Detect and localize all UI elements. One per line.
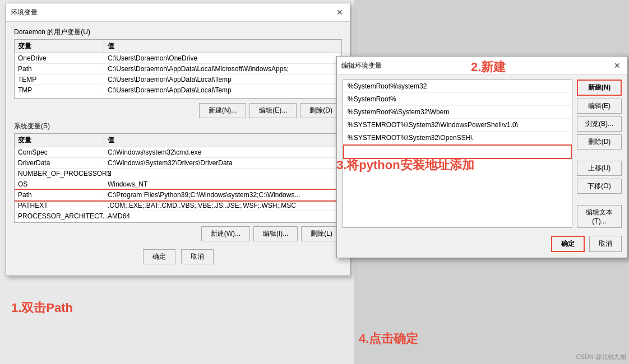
user-table-row[interactable]: TMPC:\Users\Doraemon\AppData\Local\Temp — [15, 85, 341, 95]
edit-right-buttons: 新建(N) 编辑(E) 浏览(B)... 删除(D) 上移(U) 下移(O) 编… — [577, 80, 622, 228]
sys-table-row[interactable]: OSWindows_NT — [15, 179, 341, 190]
edit-del-button[interactable]: 删除(D) — [577, 134, 622, 150]
user-table-row[interactable]: PathC:\Users\Doraemon\AppData\Local\Micr… — [15, 64, 341, 74]
sys-section-label: 系统变量(S) — [14, 122, 342, 131]
path-list-item[interactable]: %SystemRoot%\system32 — [343, 80, 572, 93]
sys-table-header: 变量 值 — [15, 134, 341, 147]
sys-edit-button[interactable]: 编辑(I)... — [253, 226, 298, 241]
path-list-item[interactable]: %SystemRoot%\System32\Wbem — [343, 106, 572, 119]
edit-bottom-btns: 确定 取消 — [337, 232, 627, 258]
user-col-val-header: 值 — [104, 40, 341, 53]
edit-up-button[interactable]: 上移(U) — [577, 161, 622, 176]
sys-col-val-header: 值 — [104, 134, 341, 147]
edit-browse-button[interactable]: 浏览(B)... — [577, 116, 622, 132]
sys-btns-row: 新建(W)... 编辑(I)... 删除(L) — [14, 226, 342, 241]
sys-col-var-header: 变量 — [15, 134, 104, 147]
edit-edit-button[interactable]: 编辑(E) — [577, 99, 622, 114]
sys-table-row[interactable]: ComSpecC:\Windows\system32\cmd.exe — [15, 147, 341, 158]
edit-env-dialog: 编辑环境变量 ✕ %SystemRoot%\system32%SystemRoo… — [336, 56, 628, 258]
user-del-button[interactable]: 删除(D) — [300, 103, 342, 118]
main-bottom-btns: 确定 取消 — [14, 245, 342, 270]
user-table-body: OneDriveC:\Users\Doraemon\OneDrivePathC:… — [15, 53, 341, 98]
user-section-label: Doraemon 的用户变量(U) — [14, 27, 342, 37]
edit-cancel-button[interactable]: 取消 — [589, 236, 622, 252]
main-cancel-button[interactable]: 取消 — [181, 249, 214, 264]
sys-table-row[interactable]: NUMBER_OF_PROCESSORS2 — [15, 169, 341, 179]
edit-text-button[interactable]: 编辑文本(T)... — [577, 205, 622, 228]
env-variables-dialog: 环境变量 ✕ Doraemon 的用户变量(U) 变量 值 OneDriveC:… — [6, 3, 350, 276]
edit-dialog-content: %SystemRoot%\system32%SystemRoot%%System… — [337, 75, 627, 232]
edit-dialog-titlebar: 编辑环境变量 ✕ — [337, 57, 627, 75]
sys-table-row[interactable]: PROCESSOR_ARCHITECT...AMD64 — [15, 211, 341, 221]
env-dialog-titlebar: 环境变量 ✕ — [6, 3, 350, 22]
user-vars-table: 变量 值 OneDriveC:\Users\Doraemon\OneDriveP… — [14, 39, 342, 99]
user-table-row[interactable]: OneDriveC:\Users\Doraemon\OneDrive — [15, 53, 341, 64]
user-col-var-header: 变量 — [15, 40, 104, 53]
sys-table-body: ComSpecC:\Windows\system32\cmd.exeDriver… — [15, 147, 341, 221]
sys-new-button[interactable]: 新建(W)... — [201, 226, 250, 241]
path-list-item[interactable]: %SystemRoot% — [343, 93, 572, 106]
user-edit-button[interactable]: 编辑(E)... — [249, 103, 297, 118]
env-dialog-close-button[interactable]: ✕ — [334, 7, 345, 18]
sys-table-row[interactable]: DriverDataC:\Windows\System32\Drivers\Dr… — [15, 158, 341, 169]
sys-table-row[interactable]: PathC:\Program Files\Python39;C:\Windows… — [15, 190, 341, 200]
edit-dialog-title: 编辑环境变量 — [341, 61, 382, 71]
env-dialog-title: 环境变量 — [11, 8, 38, 17]
edit-new-button[interactable]: 新建(N) — [577, 80, 622, 96]
sys-table-row[interactable]: PATHEXT.COM;.EXE;.BAT;.CMD;.VBS;.VBE;.JS… — [15, 200, 341, 211]
sys-vars-table: 变量 值 ComSpecC:\Windows\system32\cmd.exeD… — [14, 133, 342, 223]
watermark: CSDN @北杭九届 — [576, 353, 626, 361]
path-list[interactable]: %SystemRoot%\system32%SystemRoot%%System… — [343, 80, 572, 228]
user-table-header: 变量 值 — [15, 40, 341, 53]
edit-down-button[interactable]: 下移(O) — [577, 179, 622, 194]
user-new-button[interactable]: 新建(N)... — [199, 103, 247, 118]
path-list-item[interactable]: C:\Program Files\Python39 — [343, 144, 572, 159]
path-list-item[interactable]: %SYSTEMROOT%\System32\WindowsPowerShell\… — [343, 119, 572, 132]
edit-ok-button[interactable]: 确定 — [551, 236, 585, 252]
main-ok-button[interactable]: 确定 — [143, 249, 175, 264]
path-list-item[interactable]: %SYSTEMROOT%\System32\OpenSSH\ — [343, 132, 572, 144]
user-btns-row: 新建(N)... 编辑(E)... 删除(D) — [14, 103, 342, 118]
user-table-row[interactable]: TEMPC:\Users\Doraemon\AppData\Local\Temp — [15, 74, 341, 85]
env-dialog-content: Doraemon 的用户变量(U) 变量 值 OneDriveC:\Users\… — [6, 22, 350, 276]
edit-dialog-close-button[interactable]: ✕ — [612, 60, 623, 71]
annotation-step1: 1.双击Path — [11, 300, 73, 316]
